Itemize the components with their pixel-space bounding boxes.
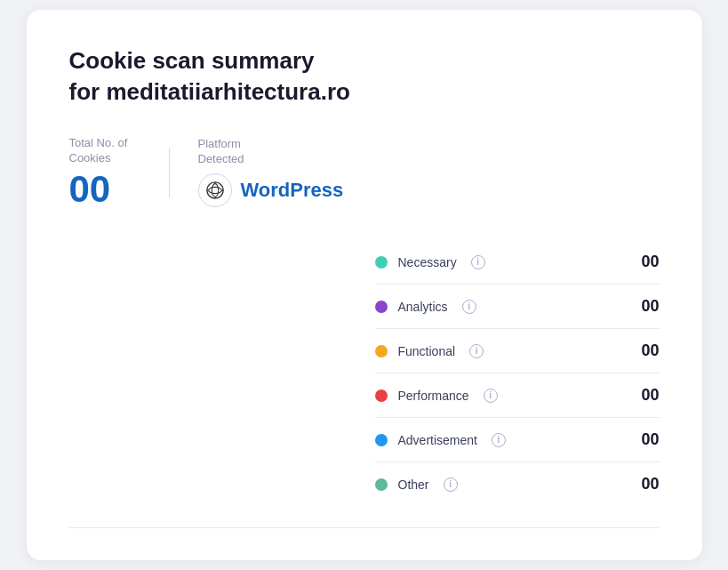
category-row: Advertisementi00: [375, 418, 660, 462]
info-icon[interactable]: i: [444, 478, 458, 492]
info-icon[interactable]: i: [484, 389, 498, 403]
svg-point-0: [206, 182, 222, 198]
cookie-scan-card: Cookie scan summary for meditatiiarhitec…: [27, 10, 702, 561]
category-row: Otheri00: [375, 462, 660, 506]
categories-section: Necessaryi00Analyticsi00Functionali00Per…: [69, 240, 660, 506]
category-left: Performancei: [375, 389, 498, 403]
page-title: Cookie scan summary for meditatiiarhitec…: [69, 45, 660, 108]
category-count: 00: [641, 475, 659, 494]
info-icon[interactable]: i: [469, 344, 484, 358]
platform-section: Platform Detected WordPress: [198, 137, 344, 208]
category-name: Other: [398, 478, 429, 492]
svg-point-2: [208, 188, 221, 194]
category-count: 00: [641, 430, 659, 449]
category-dot: [375, 389, 388, 402]
summary-row: Total No. of Cookies 00 Platform Detecte…: [69, 136, 660, 209]
category-dot: [375, 478, 388, 491]
category-row: Necessaryi00: [375, 240, 660, 285]
total-cookies-value: 00: [69, 171, 140, 208]
info-icon[interactable]: i: [492, 433, 506, 447]
category-name: Necessary: [398, 255, 457, 269]
platform-value: WordPress: [198, 173, 344, 207]
category-row: Analyticsi00: [375, 285, 660, 329]
category-name: Analytics: [398, 300, 448, 314]
category-count: 00: [641, 386, 659, 405]
category-dot: [375, 256, 388, 269]
category-count: 00: [641, 253, 659, 271]
category-left: Advertisementi: [375, 433, 506, 447]
category-left: Necessaryi: [375, 255, 485, 269]
category-left: Functionali: [375, 344, 484, 358]
category-row: Performancei00: [375, 373, 660, 418]
category-dot: [375, 345, 388, 357]
bottom-divider: [69, 527, 660, 528]
total-cookies-section: Total No. of Cookies 00: [69, 136, 140, 209]
category-count: 00: [641, 341, 659, 360]
vertical-divider: [169, 148, 170, 197]
wordpress-icon: [198, 173, 232, 207]
category-dot: [375, 301, 388, 313]
category-left: Otheri: [375, 478, 458, 492]
total-cookies-label: Total No. of Cookies: [69, 136, 140, 166]
platform-label: Platform Detected: [198, 137, 344, 167]
category-row: Functionali00: [375, 329, 660, 373]
svg-point-1: [212, 184, 218, 197]
category-left: Analyticsi: [375, 300, 476, 314]
category-name: Functional: [398, 344, 456, 358]
platform-name: WordPress: [241, 179, 344, 202]
categories-list: Necessaryi00Analyticsi00Functionali00Per…: [375, 240, 660, 506]
category-count: 00: [641, 297, 659, 316]
info-icon[interactable]: i: [462, 300, 476, 314]
category-dot: [375, 434, 388, 446]
category-name: Performance: [398, 389, 469, 403]
category-name: Advertisement: [398, 433, 477, 447]
info-icon[interactable]: i: [471, 255, 485, 269]
